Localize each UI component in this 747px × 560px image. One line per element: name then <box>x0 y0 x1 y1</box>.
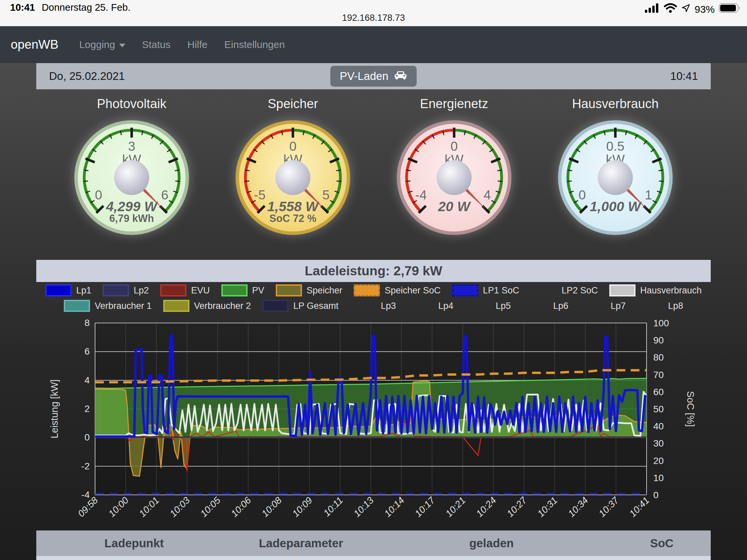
legend-label: Speicher <box>307 285 342 296</box>
svg-text:4: 4 <box>484 188 491 202</box>
svg-text:-2: -2 <box>81 461 90 471</box>
legend-swatch <box>103 284 129 296</box>
legend-row: Verbraucher 1Verbraucher 2LP GesamtLp3Lp… <box>0 300 747 312</box>
legend-label: Lp7 <box>611 301 626 311</box>
svg-text:0: 0 <box>95 188 102 202</box>
nav-item-hilfe[interactable]: Hilfe <box>187 39 208 50</box>
legend-item-lp-gesamt[interactable]: LP Gesamt <box>262 300 339 312</box>
legend-label: Speicher SoC <box>385 285 441 296</box>
header-date: Do, 25.02.2021 <box>49 70 125 83</box>
svg-text:0: 0 <box>579 188 586 202</box>
svg-text:5: 5 <box>323 188 330 202</box>
svg-text:10:41: 10:41 <box>627 495 651 519</box>
legend-item-lp1-soc[interactable]: LP1 SoC <box>452 284 519 296</box>
legend-label: Lp3 <box>381 301 396 311</box>
legend-item-lp2[interactable]: Lp2 <box>103 284 149 296</box>
legend-swatch <box>64 300 90 312</box>
svg-text:100: 100 <box>653 318 669 328</box>
legend-label: Lp6 <box>553 301 568 311</box>
legend-label: Lp4 <box>438 301 454 311</box>
legend-label: Lp2 <box>134 285 149 296</box>
svg-text:10:31: 10:31 <box>535 495 559 519</box>
chevron-down-icon <box>119 44 125 47</box>
svg-text:20: 20 <box>653 456 664 466</box>
legend-label: EVU <box>191 285 210 296</box>
svg-text:0: 0 <box>653 490 659 500</box>
table-header-row: LadepunktLadeparametergeladenSoC <box>36 530 711 556</box>
legend-swatch <box>276 284 302 296</box>
legend-item-lp1[interactable]: Lp1 <box>45 284 92 296</box>
chargepoint-table: LadepunktLadeparametergeladenSoCTWC MX2,… <box>36 530 711 560</box>
svg-text:20 W: 20 W <box>438 199 471 214</box>
svg-text:10:13: 10:13 <box>352 495 376 519</box>
svg-text:0: 0 <box>289 139 297 154</box>
svg-text:0: 0 <box>450 139 458 154</box>
charge-mode-button[interactable]: PV-Laden <box>331 66 417 87</box>
svg-text:10:08: 10:08 <box>260 495 284 519</box>
table-header-ladepunkt: Ladepunkt <box>36 536 232 550</box>
svg-text:0.5: 0.5 <box>606 139 624 154</box>
legend-label: Lp1 <box>76 285 92 296</box>
svg-text:6: 6 <box>161 188 169 202</box>
gauge-speicher: Speicher 0 kW -5 5 1,558 W SoC 72 % <box>212 97 374 260</box>
legend-item-speicher-soc[interactable]: Speicher SoC <box>354 284 441 296</box>
svg-text:10:03: 10:03 <box>168 495 192 519</box>
svg-text:10:11: 10:11 <box>321 495 345 518</box>
svg-text:10:09: 10:09 <box>290 495 314 519</box>
legend-item-lp2-soc[interactable]: LP2 SoC <box>531 284 598 296</box>
svg-text:10:37: 10:37 <box>597 495 621 519</box>
nav-item-status[interactable]: Status <box>142 39 171 50</box>
legend-item-evu[interactable]: EVU <box>160 284 210 296</box>
legend-item-lp7[interactable]: Lp7 <box>580 300 626 312</box>
svg-text:10:17: 10:17 <box>413 495 437 519</box>
nav-item-logging[interactable]: Logging <box>79 39 125 50</box>
legend-item-lp8[interactable]: Lp8 <box>637 300 683 312</box>
legend-item-lp5[interactable]: Lp5 <box>465 300 511 312</box>
svg-text:-5: -5 <box>254 188 266 202</box>
svg-text:10:05: 10:05 <box>199 495 223 519</box>
legend-label: LP Gesamt <box>293 301 339 311</box>
svg-text:SoC 72 %: SoC 72 % <box>269 213 316 224</box>
legend-item-verbraucher-1[interactable]: Verbraucher 1 <box>64 300 152 312</box>
gauge-title: Hausverbrauch <box>572 97 659 111</box>
svg-text:10:01: 10:01 <box>137 495 161 519</box>
legend-swatch <box>354 284 380 296</box>
svg-text:3: 3 <box>128 139 135 154</box>
svg-text:-4: -4 <box>415 188 427 202</box>
legend-swatch <box>45 284 72 296</box>
gauge-dial: 0 kW -4 4 20 W <box>392 115 517 241</box>
svg-text:1,558 W: 1,558 W <box>267 199 320 214</box>
nav-item-einstellungen[interactable]: Einstellungen <box>224 39 285 50</box>
legend-label: Hausverbrauch <box>640 285 702 296</box>
legend-row: Lp1Lp2EVUPVSpeicherSpeicher SoCLP1 SoCLP… <box>0 284 747 296</box>
svg-text:30: 30 <box>653 438 664 449</box>
legend-item-pv[interactable]: PV <box>221 284 264 296</box>
legend-label: PV <box>252 285 264 296</box>
address-bar[interactable]: 192.168.178.73 <box>0 13 747 23</box>
svg-text:8: 8 <box>84 318 90 328</box>
brand-openwb[interactable]: openWB <box>11 37 58 52</box>
legend-item-lp4[interactable]: Lp4 <box>407 300 454 312</box>
car-icon <box>394 70 407 83</box>
legend-label: Lp8 <box>668 301 683 311</box>
gauge-photovoltaik: Photovoltaik 3 kW 0 6 4,299 W 6,79 kWh <box>51 97 212 260</box>
power-chart: 86420-2-4100908070605040302010009:5810:0… <box>0 314 747 529</box>
svg-text:Leistung [kW]: Leistung [kW] <box>49 379 60 438</box>
gauge-title: Photovoltaik <box>97 97 166 111</box>
legend-item-lp6[interactable]: Lp6 <box>522 300 568 312</box>
legend-label: LP1 SoC <box>483 285 519 296</box>
header-bar: Do, 25.02.2021 PV-Laden 10:41 <box>36 63 711 89</box>
legend-item-speicher[interactable]: Speicher <box>276 284 342 296</box>
svg-text:10:27: 10:27 <box>505 495 529 519</box>
ios-status-bar: 10:41 Donnerstag 25. Feb. 93% 192.168.17… <box>0 0 747 26</box>
svg-text:2: 2 <box>84 404 90 414</box>
legend-swatch <box>221 284 248 296</box>
legend-item-verbraucher-2[interactable]: Verbraucher 2 <box>163 300 251 312</box>
table-header-geladen: geladen <box>370 536 613 550</box>
gauge-hausverbrauch: Hausverbrauch 0.5 kW 0 1 1,000 W <box>535 97 696 260</box>
svg-text:1,000 W: 1,000 W <box>590 199 642 214</box>
legend-label: LP2 SoC <box>562 285 598 296</box>
legend-item-lp3[interactable]: Lp3 <box>350 300 396 312</box>
legend-item-hausverbrauch[interactable]: Hausverbrauch <box>609 284 702 296</box>
legend-swatch <box>163 300 189 312</box>
